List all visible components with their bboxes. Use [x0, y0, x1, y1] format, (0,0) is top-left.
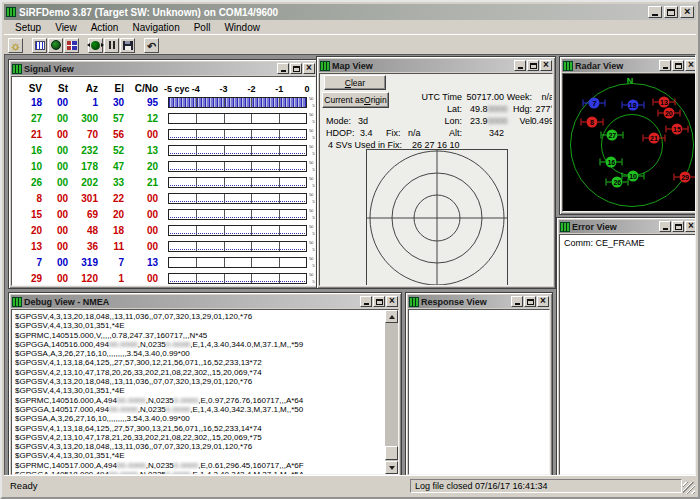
- maximize-icon: [530, 63, 537, 69]
- map-grid-button[interactable]: [64, 38, 79, 53]
- bar-separator: [251, 258, 252, 267]
- bar-axis-min: 5: [312, 248, 314, 252]
- st-value: 00: [42, 129, 68, 140]
- redacted-coordinates: 0.0000: [174, 461, 198, 470]
- nmea-sentence: $GPGSV,4,2,13,10,47,178,21,26,33,202,21,…: [15, 433, 382, 442]
- radar-satellite-8: 8: [580, 116, 603, 127]
- maximize-button[interactable]: [672, 60, 684, 71]
- hdop-value: 3.4: [360, 128, 373, 138]
- radar-view-title-bar[interactable]: Radar View: [562, 59, 696, 72]
- minimize-button[interactable]: [659, 60, 671, 71]
- scrollbar[interactable]: [385, 310, 398, 474]
- longitude-value: 23.90000: [470, 116, 508, 126]
- response-view-title-bar[interactable]: Response View: [408, 295, 550, 308]
- connect-button[interactable]: [88, 38, 103, 53]
- maximize-button[interactable]: [524, 296, 536, 307]
- minimize-button[interactable]: [659, 221, 671, 232]
- redacted-coordinates: 00.0000: [109, 340, 138, 349]
- close-button[interactable]: [537, 296, 549, 307]
- setup-gear-button[interactable]: [8, 38, 23, 53]
- maximize-button[interactable]: [290, 63, 302, 74]
- menu-window[interactable]: Window: [217, 21, 267, 34]
- nmea-sentence: $GPRMC,140517.000,A,49400.0000,N,02350.0…: [15, 461, 382, 470]
- nmea-text: $GPGSA,A,3,26,27,16,10,,,,,,,,,3.54,3.40…: [15, 414, 190, 423]
- az-value: 120: [68, 273, 98, 284]
- nmea-text: ,E,1,4,3.40,344.0,M,37.1,M,,*59: [190, 340, 303, 349]
- nmea-text: ,E,0.61,296.45,160717,,,A*6F: [198, 461, 303, 470]
- signal-view-title-bar[interactable]: Signal View: [11, 62, 316, 75]
- radar-sky-plot: N 1872716102621815201329: [562, 73, 696, 212]
- close-button[interactable]: [540, 60, 552, 71]
- minimize-button[interactable]: [277, 63, 289, 74]
- menu-navigation[interactable]: Navigation: [125, 21, 186, 34]
- az-value: 70: [68, 129, 98, 140]
- minimize-button[interactable]: [360, 296, 372, 307]
- nmea-text: $GPGGA,140517.000,494: [15, 405, 109, 414]
- signal-trace: [170, 201, 305, 202]
- signal-bar: 505: [168, 193, 307, 204]
- longitude-label: Lon:: [416, 116, 462, 126]
- close-button[interactable]: [386, 296, 398, 307]
- resize-grip[interactable]: [683, 482, 695, 494]
- menu-action[interactable]: Action: [84, 21, 126, 34]
- signal-table-row: 2100705600505: [12, 126, 315, 142]
- minimize-button[interactable]: [511, 296, 523, 307]
- maximize-button[interactable]: [373, 296, 385, 307]
- scrollbar-thumb[interactable]: [385, 446, 398, 460]
- nmea-sentence: $GPGSV,4,2,13,10,47,178,20,26,33,202,21,…: [15, 368, 382, 377]
- menu-poll[interactable]: Poll: [187, 21, 218, 34]
- close-button[interactable]: [685, 221, 696, 232]
- clear-button[interactable]: Clear: [324, 75, 386, 90]
- minimize-button[interactable]: [514, 60, 526, 71]
- setup-gear-icon: [10, 38, 21, 53]
- debug-view-title-bar[interactable]: Debug View - NMEA: [11, 295, 399, 308]
- satellite-marker: 27: [607, 129, 618, 140]
- connect-icon: [91, 41, 100, 50]
- pause-button[interactable]: [104, 38, 119, 53]
- current-as-origin-button[interactable]: Current as Origin: [322, 92, 389, 108]
- signal-bar: 505: [168, 113, 307, 124]
- toolbar-group: [88, 38, 135, 53]
- el-value: 56: [98, 129, 124, 140]
- maximize-button[interactable]: [672, 221, 684, 232]
- close-button[interactable]: [303, 63, 315, 74]
- signal-bar: 505: [168, 129, 307, 140]
- save-disk-button[interactable]: [120, 38, 135, 53]
- radar-satellite-29: 29: [674, 171, 696, 182]
- scroll-up-button[interactable]: [385, 310, 398, 323]
- bar-separator: [279, 114, 280, 123]
- scale-tick: -3: [220, 84, 228, 94]
- cno-value: 00: [124, 225, 158, 236]
- map-view-title-bar[interactable]: Map View: [319, 59, 553, 72]
- satellite-marker: 13: [658, 96, 669, 107]
- menu-setup[interactable]: Setup: [8, 21, 48, 34]
- maximize-button[interactable]: [527, 60, 539, 71]
- signal-table-row: 16002325213505: [12, 142, 315, 158]
- bar-axis-max: 50: [309, 113, 313, 117]
- bar-axis-min: 5: [312, 136, 314, 140]
- app-title-bar[interactable]: SiRFDemo 3.87 (Target SW: Unknown) on CO…: [4, 4, 696, 20]
- radar-satellite-15: 15: [666, 123, 689, 134]
- map-grid-icon: [67, 41, 77, 50]
- maximize-button[interactable]: [664, 6, 678, 18]
- response-view-title: Response View: [421, 297, 487, 307]
- scroll-down-button[interactable]: [385, 461, 398, 474]
- menu-view[interactable]: View: [48, 21, 84, 34]
- velocity-label: Vel: [506, 116, 532, 126]
- error-view-title-bar[interactable]: Error View: [559, 220, 696, 233]
- signal-chart-button[interactable]: [32, 38, 47, 53]
- close-button[interactable]: [680, 6, 694, 18]
- minimize-icon: [518, 67, 523, 69]
- minimize-button[interactable]: [648, 6, 662, 18]
- error-message: Comm: CE_FRAME: [564, 238, 693, 248]
- satellite-wing: [679, 109, 680, 116]
- close-button[interactable]: [685, 60, 696, 71]
- nmea-sentence: $GPRMC,140515.000,V,,,,,0.78,247.37,1607…: [15, 331, 382, 340]
- bar-axis-min: 5: [312, 232, 314, 236]
- velocity-value: 0.499: [530, 116, 553, 126]
- globe-button[interactable]: [48, 38, 63, 53]
- sv-value: 15: [18, 209, 42, 220]
- undo-arrow-button[interactable]: [144, 38, 159, 53]
- sv-value: 10: [18, 161, 42, 172]
- satellite-wing: [622, 159, 623, 166]
